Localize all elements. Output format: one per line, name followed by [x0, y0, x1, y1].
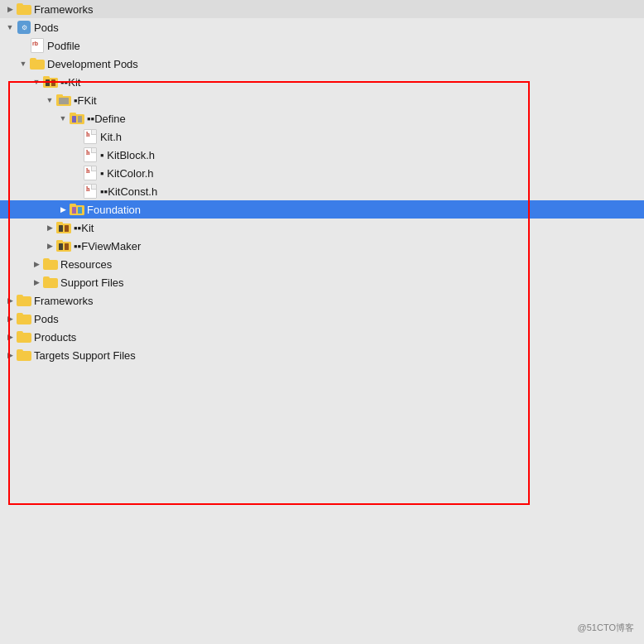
tree-item-fviewmaker[interactable]: ▪▪FViewMaker [0, 237, 644, 255]
tree-arrow[interactable] [30, 273, 43, 291]
tree-arrow[interactable] [70, 146, 83, 164]
tree-arrow[interactable] [43, 237, 56, 255]
item-label: ▪▪Kit [74, 222, 644, 234]
item-label: ▪▪KitConst.h [100, 185, 644, 198]
tree-item-kitconst-h[interactable]: ▪▪KitConst.h [0, 182, 644, 200]
item-icon-folder [17, 2, 31, 17]
item-icon-folder [43, 74, 58, 89]
item-icon-header [83, 166, 98, 180]
item-label: ▪FKit [74, 94, 644, 107]
item-icon-folder [17, 293, 31, 308]
item-icon-folder [56, 238, 71, 253]
tree-item-targets-support[interactable]: Targets Support Files [0, 346, 644, 364]
tree-arrow[interactable] [70, 182, 83, 200]
tree-item-pods[interactable]: ⚙Pods [0, 18, 644, 36]
item-label: ▪▪FViewMaker [74, 240, 644, 252]
tree-arrow[interactable] [3, 310, 17, 328]
item-label: ▪▪Define [87, 113, 644, 125]
item-label: Resources [60, 258, 644, 271]
tree-item-kitblock-h[interactable]: ▪ KitBlock.h [0, 146, 644, 164]
tree-container: Frameworks⚙PodsPodfileDevelopment Pods▪▪… [0, 0, 644, 364]
item-label: Kit.h [100, 131, 644, 143]
item-label: Frameworks [34, 3, 644, 16]
tree-item-resources[interactable]: Resources [0, 255, 644, 273]
item-icon-folder [43, 257, 58, 272]
tree-item-kit1[interactable]: ▪▪Kit [0, 73, 644, 91]
tree-item-dev-pods[interactable]: Development Pods [0, 55, 644, 73]
item-icon-folder [17, 311, 31, 326]
tree-item-fkit[interactable]: ▪FKit [0, 91, 644, 109]
tree-arrow[interactable] [3, 328, 17, 346]
tree-item-define[interactable]: ▪▪Define [0, 109, 644, 127]
tree-item-frameworks-top[interactable]: Frameworks [0, 0, 644, 18]
tree-item-foundation[interactable]: Foundation [0, 200, 644, 219]
file-tree: Frameworks⚙PodsPodfileDevelopment Pods▪▪… [0, 0, 644, 644]
tree-item-frameworks-bottom[interactable]: Frameworks [0, 291, 644, 310]
tree-arrow[interactable] [30, 255, 43, 273]
tree-arrow[interactable] [17, 55, 30, 73]
tree-item-pods-bottom[interactable]: Pods [0, 310, 644, 328]
item-label: ▪ KitBlock.h [100, 149, 644, 161]
item-icon-folder [56, 220, 71, 235]
item-icon-folder [56, 93, 71, 108]
tree-item-kitcolor-h[interactable]: ▪ KitColor.h [0, 164, 644, 182]
tree-arrow[interactable] [17, 36, 30, 55]
item-icon-app: ⚙ [17, 20, 31, 35]
item-icon-header [83, 147, 98, 162]
item-icon-folder [70, 111, 84, 126]
watermark: @51CTO博客 [578, 622, 634, 634]
tree-arrow[interactable] [56, 200, 70, 219]
tree-arrow[interactable] [70, 164, 83, 182]
tree-item-products[interactable]: Products [0, 328, 644, 346]
item-label: Targets Support Files [34, 349, 644, 362]
item-icon-folder [30, 56, 45, 71]
tree-arrow[interactable] [3, 0, 17, 18]
tree-arrow[interactable] [3, 291, 17, 310]
item-label: Podfile [47, 40, 644, 52]
tree-arrow[interactable] [56, 109, 70, 127]
item-label: Pods [34, 22, 644, 34]
tree-arrow[interactable] [30, 73, 43, 91]
tree-item-podfile[interactable]: Podfile [0, 36, 644, 55]
item-icon-folder [70, 202, 84, 217]
tree-arrow[interactable] [43, 219, 56, 237]
item-label: Support Files [60, 276, 644, 289]
item-icon-header [83, 184, 98, 199]
item-label: Pods [34, 313, 644, 325]
tree-arrow[interactable] [3, 18, 17, 36]
tree-item-support-files[interactable]: Support Files [0, 273, 644, 291]
item-icon-ruby [30, 38, 45, 53]
item-label: ▪▪Kit [60, 76, 644, 89]
item-label: Frameworks [34, 295, 644, 307]
tree-item-kit2[interactable]: ▪▪Kit [0, 219, 644, 237]
item-label: Products [34, 331, 644, 344]
item-label: Development Pods [47, 58, 644, 70]
item-label: ▪ KitColor.h [100, 167, 644, 180]
item-icon-folder [17, 348, 31, 363]
tree-arrow[interactable] [43, 91, 56, 109]
item-icon-folder [17, 329, 31, 344]
item-icon-header [83, 129, 98, 144]
item-icon-folder [43, 275, 58, 290]
item-label: Foundation [87, 204, 644, 216]
tree-item-kit-h[interactable]: Kit.h [0, 127, 644, 146]
tree-arrow[interactable] [3, 346, 17, 364]
tree-arrow[interactable] [70, 127, 83, 146]
